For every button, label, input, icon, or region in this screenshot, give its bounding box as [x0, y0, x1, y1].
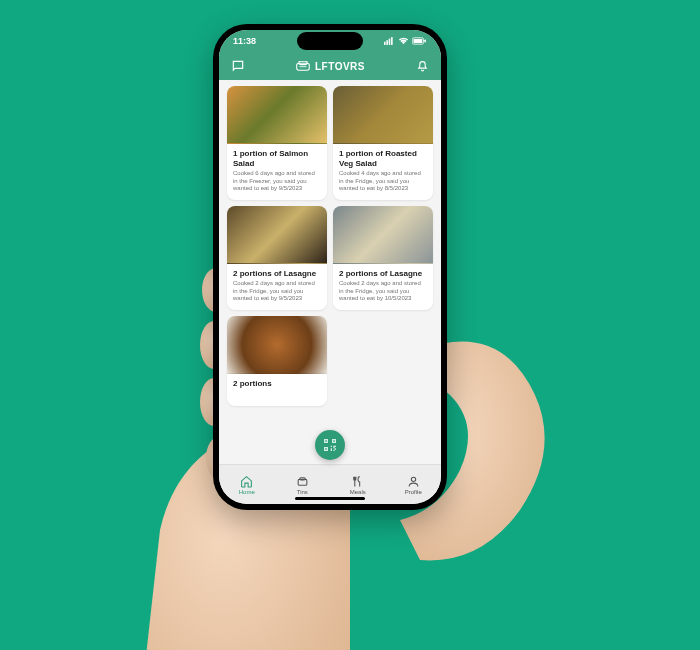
meal-list[interactable]: 1 portion of Salmon Salad Cooked 6 days …: [219, 80, 441, 464]
home-icon: [240, 475, 253, 488]
phone-frame: 11:38 LFTOVRS 1 portion of Salmon Salad: [213, 24, 447, 510]
svg-rect-6: [389, 39, 391, 45]
meal-title: 2 portions of Lasagne: [339, 269, 427, 279]
meal-photo: [333, 86, 433, 144]
meal-title: 2 portions of Lasagne: [233, 269, 321, 279]
meal-photo: [227, 316, 327, 374]
meal-card[interactable]: 2 portions: [227, 316, 327, 406]
app-header: LFTOVRS: [219, 52, 441, 80]
meal-card[interactable]: 2 portions of Lasagne Cooked 2 days ago …: [227, 206, 327, 310]
dynamic-island: [297, 32, 363, 50]
nav-label: Tins: [297, 489, 308, 495]
bell-icon[interactable]: [416, 60, 429, 73]
scan-qr-button[interactable]: [315, 430, 345, 460]
phone-screen: 11:38 LFTOVRS 1 portion of Salmon Salad: [219, 30, 441, 504]
nav-label: Home: [239, 489, 255, 495]
signal-icon: [384, 37, 395, 45]
profile-icon: [407, 475, 420, 488]
meal-photo: [333, 206, 433, 264]
nav-label: Meals: [350, 489, 366, 495]
meal-card[interactable]: 1 portion of Salmon Salad Cooked 6 days …: [227, 86, 327, 200]
logo-icon: [296, 61, 310, 71]
meal-card[interactable]: 2 portions of Lasagne Cooked 2 days ago …: [333, 206, 433, 310]
svg-rect-5: [386, 40, 388, 45]
meal-photo: [227, 206, 327, 264]
svg-point-16: [411, 477, 415, 481]
svg-rect-9: [414, 39, 423, 43]
meals-icon: [351, 475, 364, 488]
meal-subtitle: Cooked 4 days ago and stored in the Frid…: [339, 170, 427, 193]
meal-subtitle: Cooked 6 days ago and stored in the Free…: [233, 170, 321, 193]
wifi-icon: [398, 37, 409, 45]
status-time: 11:38: [233, 36, 256, 46]
meal-title: 2 portions: [233, 379, 321, 389]
home-indicator: [295, 497, 365, 500]
meal-title: 1 portion of Roasted Veg Salad: [339, 149, 427, 168]
svg-rect-7: [391, 37, 393, 45]
app-title: LFTOVRS: [315, 61, 365, 72]
meal-title: 1 portion of Salmon Salad: [233, 149, 321, 168]
qr-icon: [322, 437, 338, 453]
meal-subtitle: Cooked 2 days ago and stored in the Frid…: [233, 280, 321, 303]
chat-icon[interactable]: [231, 59, 245, 73]
svg-rect-10: [424, 39, 426, 42]
meal-photo: [227, 86, 327, 144]
nav-home[interactable]: Home: [219, 465, 275, 504]
battery-icon: [412, 37, 427, 45]
app-brand: LFTOVRS: [296, 61, 365, 72]
meal-card[interactable]: 1 portion of Roasted Veg Salad Cooked 4 …: [333, 86, 433, 200]
svg-rect-4: [384, 42, 386, 45]
nav-profile[interactable]: Profile: [386, 465, 442, 504]
meal-subtitle: Cooked 2 days ago and stored in the Frid…: [339, 280, 427, 303]
nav-label: Profile: [405, 489, 422, 495]
tins-icon: [296, 475, 309, 488]
